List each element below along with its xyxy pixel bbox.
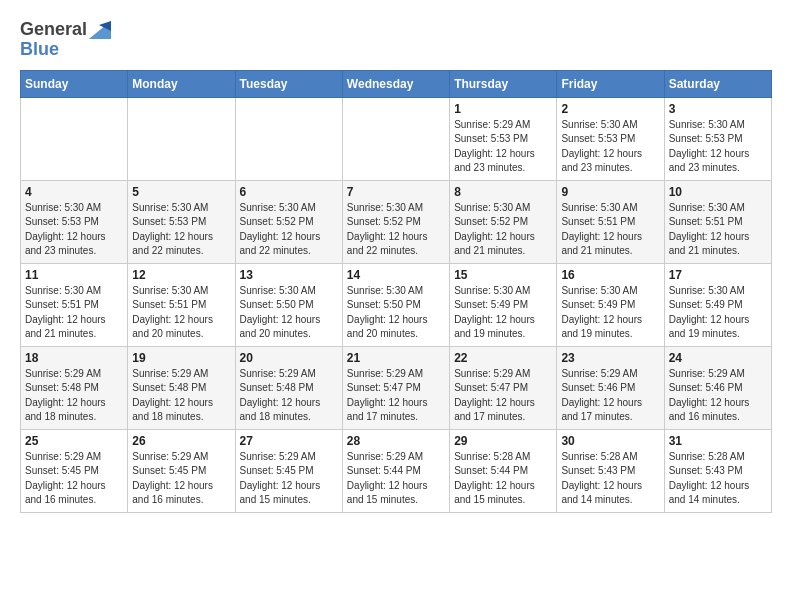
day-info: Sunrise: 5:28 AM Sunset: 5:43 PM Dayligh… <box>669 450 767 508</box>
day-info: Sunrise: 5:30 AM Sunset: 5:51 PM Dayligh… <box>25 284 123 342</box>
day-number: 15 <box>454 268 552 282</box>
logo-general: General <box>20 20 87 40</box>
day-info: Sunrise: 5:29 AM Sunset: 5:48 PM Dayligh… <box>240 367 338 425</box>
calendar-cell: 9Sunrise: 5:30 AM Sunset: 5:51 PM Daylig… <box>557 180 664 263</box>
day-info: Sunrise: 5:29 AM Sunset: 5:45 PM Dayligh… <box>132 450 230 508</box>
day-info: Sunrise: 5:29 AM Sunset: 5:47 PM Dayligh… <box>454 367 552 425</box>
day-info: Sunrise: 5:30 AM Sunset: 5:49 PM Dayligh… <box>454 284 552 342</box>
day-number: 22 <box>454 351 552 365</box>
day-number: 14 <box>347 268 445 282</box>
weekday-header: Friday <box>557 70 664 97</box>
calendar-cell: 7Sunrise: 5:30 AM Sunset: 5:52 PM Daylig… <box>342 180 449 263</box>
calendar-week: 4Sunrise: 5:30 AM Sunset: 5:53 PM Daylig… <box>21 180 772 263</box>
calendar-cell: 27Sunrise: 5:29 AM Sunset: 5:45 PM Dayli… <box>235 429 342 512</box>
day-number: 8 <box>454 185 552 199</box>
day-number: 1 <box>454 102 552 116</box>
day-info: Sunrise: 5:30 AM Sunset: 5:53 PM Dayligh… <box>669 118 767 176</box>
day-info: Sunrise: 5:28 AM Sunset: 5:44 PM Dayligh… <box>454 450 552 508</box>
calendar-cell: 16Sunrise: 5:30 AM Sunset: 5:49 PM Dayli… <box>557 263 664 346</box>
day-info: Sunrise: 5:30 AM Sunset: 5:49 PM Dayligh… <box>669 284 767 342</box>
calendar-cell: 25Sunrise: 5:29 AM Sunset: 5:45 PM Dayli… <box>21 429 128 512</box>
day-info: Sunrise: 5:30 AM Sunset: 5:53 PM Dayligh… <box>132 201 230 259</box>
day-info: Sunrise: 5:29 AM Sunset: 5:47 PM Dayligh… <box>347 367 445 425</box>
day-number: 29 <box>454 434 552 448</box>
logo-triangle-icon <box>89 21 111 39</box>
calendar-cell: 26Sunrise: 5:29 AM Sunset: 5:45 PM Dayli… <box>128 429 235 512</box>
page-header: General Blue <box>20 20 772 60</box>
calendar-week: 1Sunrise: 5:29 AM Sunset: 5:53 PM Daylig… <box>21 97 772 180</box>
calendar-cell: 17Sunrise: 5:30 AM Sunset: 5:49 PM Dayli… <box>664 263 771 346</box>
day-number: 30 <box>561 434 659 448</box>
calendar-cell: 28Sunrise: 5:29 AM Sunset: 5:44 PM Dayli… <box>342 429 449 512</box>
calendar-cell: 3Sunrise: 5:30 AM Sunset: 5:53 PM Daylig… <box>664 97 771 180</box>
day-number: 2 <box>561 102 659 116</box>
calendar-cell: 4Sunrise: 5:30 AM Sunset: 5:53 PM Daylig… <box>21 180 128 263</box>
day-number: 26 <box>132 434 230 448</box>
day-number: 11 <box>25 268 123 282</box>
calendar-cell: 22Sunrise: 5:29 AM Sunset: 5:47 PM Dayli… <box>450 346 557 429</box>
calendar-cell: 29Sunrise: 5:28 AM Sunset: 5:44 PM Dayli… <box>450 429 557 512</box>
weekday-header: Monday <box>128 70 235 97</box>
calendar-cell <box>342 97 449 180</box>
calendar-cell <box>21 97 128 180</box>
calendar-week: 25Sunrise: 5:29 AM Sunset: 5:45 PM Dayli… <box>21 429 772 512</box>
calendar-cell <box>235 97 342 180</box>
weekday-header: Wednesday <box>342 70 449 97</box>
weekday-header: Tuesday <box>235 70 342 97</box>
calendar-cell: 18Sunrise: 5:29 AM Sunset: 5:48 PM Dayli… <box>21 346 128 429</box>
calendar-cell: 21Sunrise: 5:29 AM Sunset: 5:47 PM Dayli… <box>342 346 449 429</box>
day-number: 24 <box>669 351 767 365</box>
day-number: 3 <box>669 102 767 116</box>
calendar-week: 18Sunrise: 5:29 AM Sunset: 5:48 PM Dayli… <box>21 346 772 429</box>
logo-blue: Blue <box>20 40 111 60</box>
day-number: 5 <box>132 185 230 199</box>
day-number: 9 <box>561 185 659 199</box>
day-number: 16 <box>561 268 659 282</box>
calendar-cell: 10Sunrise: 5:30 AM Sunset: 5:51 PM Dayli… <box>664 180 771 263</box>
day-info: Sunrise: 5:29 AM Sunset: 5:46 PM Dayligh… <box>561 367 659 425</box>
day-number: 19 <box>132 351 230 365</box>
calendar-cell: 20Sunrise: 5:29 AM Sunset: 5:48 PM Dayli… <box>235 346 342 429</box>
day-info: Sunrise: 5:28 AM Sunset: 5:43 PM Dayligh… <box>561 450 659 508</box>
calendar-cell: 1Sunrise: 5:29 AM Sunset: 5:53 PM Daylig… <box>450 97 557 180</box>
day-info: Sunrise: 5:29 AM Sunset: 5:45 PM Dayligh… <box>240 450 338 508</box>
day-info: Sunrise: 5:30 AM Sunset: 5:52 PM Dayligh… <box>347 201 445 259</box>
calendar-cell: 2Sunrise: 5:30 AM Sunset: 5:53 PM Daylig… <box>557 97 664 180</box>
calendar-cell: 30Sunrise: 5:28 AM Sunset: 5:43 PM Dayli… <box>557 429 664 512</box>
day-number: 6 <box>240 185 338 199</box>
day-info: Sunrise: 5:29 AM Sunset: 5:48 PM Dayligh… <box>132 367 230 425</box>
calendar-cell <box>128 97 235 180</box>
day-number: 17 <box>669 268 767 282</box>
day-info: Sunrise: 5:30 AM Sunset: 5:53 PM Dayligh… <box>25 201 123 259</box>
calendar-cell: 24Sunrise: 5:29 AM Sunset: 5:46 PM Dayli… <box>664 346 771 429</box>
day-number: 12 <box>132 268 230 282</box>
day-info: Sunrise: 5:30 AM Sunset: 5:51 PM Dayligh… <box>669 201 767 259</box>
day-info: Sunrise: 5:30 AM Sunset: 5:51 PM Dayligh… <box>132 284 230 342</box>
calendar-cell: 13Sunrise: 5:30 AM Sunset: 5:50 PM Dayli… <box>235 263 342 346</box>
day-number: 4 <box>25 185 123 199</box>
day-number: 7 <box>347 185 445 199</box>
calendar-cell: 14Sunrise: 5:30 AM Sunset: 5:50 PM Dayli… <box>342 263 449 346</box>
day-number: 20 <box>240 351 338 365</box>
calendar-cell: 11Sunrise: 5:30 AM Sunset: 5:51 PM Dayli… <box>21 263 128 346</box>
weekday-header: Saturday <box>664 70 771 97</box>
day-number: 28 <box>347 434 445 448</box>
day-info: Sunrise: 5:30 AM Sunset: 5:50 PM Dayligh… <box>240 284 338 342</box>
day-number: 13 <box>240 268 338 282</box>
calendar-table: SundayMondayTuesdayWednesdayThursdayFrid… <box>20 70 772 513</box>
day-info: Sunrise: 5:30 AM Sunset: 5:50 PM Dayligh… <box>347 284 445 342</box>
calendar-cell: 6Sunrise: 5:30 AM Sunset: 5:52 PM Daylig… <box>235 180 342 263</box>
day-number: 23 <box>561 351 659 365</box>
calendar-cell: 31Sunrise: 5:28 AM Sunset: 5:43 PM Dayli… <box>664 429 771 512</box>
day-number: 27 <box>240 434 338 448</box>
day-info: Sunrise: 5:30 AM Sunset: 5:53 PM Dayligh… <box>561 118 659 176</box>
day-number: 21 <box>347 351 445 365</box>
calendar-cell: 15Sunrise: 5:30 AM Sunset: 5:49 PM Dayli… <box>450 263 557 346</box>
day-info: Sunrise: 5:29 AM Sunset: 5:45 PM Dayligh… <box>25 450 123 508</box>
calendar-header: SundayMondayTuesdayWednesdayThursdayFrid… <box>21 70 772 97</box>
day-info: Sunrise: 5:30 AM Sunset: 5:52 PM Dayligh… <box>454 201 552 259</box>
calendar-cell: 23Sunrise: 5:29 AM Sunset: 5:46 PM Dayli… <box>557 346 664 429</box>
day-info: Sunrise: 5:30 AM Sunset: 5:52 PM Dayligh… <box>240 201 338 259</box>
calendar-cell: 5Sunrise: 5:30 AM Sunset: 5:53 PM Daylig… <box>128 180 235 263</box>
day-number: 18 <box>25 351 123 365</box>
